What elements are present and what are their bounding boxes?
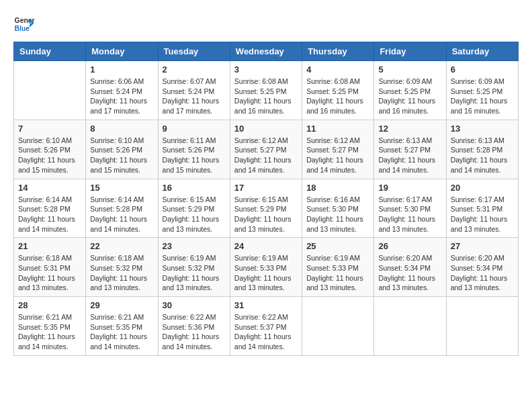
day-info: Sunrise: 6:08 AMSunset: 5:25 PMDaylight:… [234, 77, 298, 116]
day-cell: 26Sunrise: 6:20 AMSunset: 5:34 PMDayligh… [374, 238, 446, 297]
day-info: Sunrise: 6:18 AMSunset: 5:32 PMDaylight:… [90, 253, 153, 293]
day-info: Sunrise: 6:21 AMSunset: 5:35 PMDaylight:… [90, 312, 153, 352]
day-cell [302, 297, 374, 356]
weekday-header-tuesday: Tuesday [158, 42, 230, 61]
calendar-table: SundayMondayTuesdayWednesdayThursdayFrid… [13, 42, 519, 356]
day-info: Sunrise: 6:12 AMSunset: 5:27 PMDaylight:… [306, 136, 369, 175]
weekday-header-saturday: Saturday [446, 42, 518, 61]
day-cell: 7Sunrise: 6:10 AMSunset: 5:26 PMDaylight… [14, 120, 86, 179]
day-number: 11 [306, 124, 369, 134]
day-number: 31 [234, 300, 298, 310]
day-cell: 19Sunrise: 6:17 AMSunset: 5:30 PMDayligh… [374, 179, 446, 238]
day-number: 6 [451, 64, 514, 75]
day-number: 9 [163, 124, 226, 134]
day-number: 24 [234, 241, 298, 251]
week-row-1: 1Sunrise: 6:06 AMSunset: 5:24 PMDaylight… [14, 61, 519, 120]
day-cell: 15Sunrise: 6:14 AMSunset: 5:28 PMDayligh… [86, 179, 158, 238]
day-number: 7 [18, 124, 81, 134]
day-info: Sunrise: 6:21 AMSunset: 5:35 PMDaylight:… [18, 312, 81, 352]
day-info: Sunrise: 6:15 AMSunset: 5:29 PMDaylight:… [234, 195, 298, 234]
day-number: 30 [163, 300, 226, 310]
day-cell: 14Sunrise: 6:14 AMSunset: 5:28 PMDayligh… [14, 179, 86, 238]
day-cell: 28Sunrise: 6:21 AMSunset: 5:35 PMDayligh… [14, 297, 86, 356]
day-info: Sunrise: 6:17 AMSunset: 5:31 PMDaylight:… [451, 195, 514, 234]
day-cell: 17Sunrise: 6:15 AMSunset: 5:29 PMDayligh… [230, 179, 302, 238]
day-number: 2 [163, 64, 226, 75]
day-info: Sunrise: 6:07 AMSunset: 5:24 PMDaylight:… [163, 77, 226, 116]
day-info: Sunrise: 6:20 AMSunset: 5:34 PMDaylight:… [451, 253, 514, 293]
day-info: Sunrise: 6:13 AMSunset: 5:28 PMDaylight:… [451, 136, 514, 175]
day-cell: 6Sunrise: 6:09 AMSunset: 5:25 PMDaylight… [446, 61, 518, 120]
weekday-header-monday: Monday [86, 42, 158, 61]
day-number: 22 [90, 241, 153, 251]
day-number: 10 [234, 124, 298, 134]
day-info: Sunrise: 6:20 AMSunset: 5:34 PMDaylight:… [378, 253, 441, 293]
day-cell: 9Sunrise: 6:11 AMSunset: 5:26 PMDaylight… [158, 120, 230, 179]
day-cell: 11Sunrise: 6:12 AMSunset: 5:27 PMDayligh… [302, 120, 374, 179]
day-cell: 16Sunrise: 6:15 AMSunset: 5:29 PMDayligh… [158, 179, 230, 238]
day-cell: 23Sunrise: 6:19 AMSunset: 5:32 PMDayligh… [158, 238, 230, 297]
day-info: Sunrise: 6:14 AMSunset: 5:28 PMDaylight:… [90, 195, 153, 234]
day-cell: 27Sunrise: 6:20 AMSunset: 5:34 PMDayligh… [446, 238, 518, 297]
day-number: 14 [18, 183, 81, 193]
day-info: Sunrise: 6:13 AMSunset: 5:27 PMDaylight:… [378, 136, 441, 175]
day-number: 27 [451, 241, 514, 251]
day-number: 3 [234, 64, 298, 75]
day-info: Sunrise: 6:09 AMSunset: 5:25 PMDaylight:… [378, 77, 441, 116]
day-cell: 22Sunrise: 6:18 AMSunset: 5:32 PMDayligh… [86, 238, 158, 297]
day-number: 1 [90, 64, 153, 75]
day-info: Sunrise: 6:22 AMSunset: 5:36 PMDaylight:… [163, 312, 226, 352]
day-cell: 3Sunrise: 6:08 AMSunset: 5:25 PMDaylight… [230, 61, 302, 120]
day-cell: 30Sunrise: 6:22 AMSunset: 5:36 PMDayligh… [158, 297, 230, 356]
day-number: 15 [90, 183, 153, 193]
day-info: Sunrise: 6:17 AMSunset: 5:30 PMDaylight:… [378, 195, 441, 234]
day-number: 17 [234, 183, 298, 193]
day-number: 19 [378, 183, 441, 193]
day-cell: 1Sunrise: 6:06 AMSunset: 5:24 PMDaylight… [86, 61, 158, 120]
day-number: 20 [451, 183, 514, 193]
day-number: 16 [163, 183, 226, 193]
day-number: 4 [306, 64, 369, 75]
week-row-2: 7Sunrise: 6:10 AMSunset: 5:26 PMDaylight… [14, 120, 519, 179]
day-cell: 20Sunrise: 6:17 AMSunset: 5:31 PMDayligh… [446, 179, 518, 238]
day-number: 29 [90, 300, 153, 310]
day-number: 18 [306, 183, 369, 193]
weekday-header-friday: Friday [374, 42, 446, 61]
day-number: 28 [18, 300, 81, 310]
day-info: Sunrise: 6:12 AMSunset: 5:27 PMDaylight:… [234, 136, 298, 175]
day-cell: 21Sunrise: 6:18 AMSunset: 5:31 PMDayligh… [14, 238, 86, 297]
day-info: Sunrise: 6:22 AMSunset: 5:37 PMDaylight:… [234, 312, 298, 352]
day-cell: 12Sunrise: 6:13 AMSunset: 5:27 PMDayligh… [374, 120, 446, 179]
day-info: Sunrise: 6:10 AMSunset: 5:26 PMDaylight:… [90, 136, 153, 175]
weekday-header-sunday: Sunday [14, 42, 86, 61]
day-cell: 2Sunrise: 6:07 AMSunset: 5:24 PMDaylight… [158, 61, 230, 120]
day-cell [446, 297, 518, 356]
day-cell: 25Sunrise: 6:19 AMSunset: 5:33 PMDayligh… [302, 238, 374, 297]
day-cell: 4Sunrise: 6:08 AMSunset: 5:25 PMDaylight… [302, 61, 374, 120]
day-cell: 18Sunrise: 6:16 AMSunset: 5:30 PMDayligh… [302, 179, 374, 238]
page-header: General Blue [13, 13, 519, 35]
day-info: Sunrise: 6:15 AMSunset: 5:29 PMDaylight:… [163, 195, 226, 234]
day-number: 23 [163, 241, 226, 251]
day-number: 26 [378, 241, 441, 251]
day-cell: 8Sunrise: 6:10 AMSunset: 5:26 PMDaylight… [86, 120, 158, 179]
day-number: 12 [378, 124, 441, 134]
day-number: 5 [378, 64, 441, 75]
day-number: 13 [451, 124, 514, 134]
week-row-4: 21Sunrise: 6:18 AMSunset: 5:31 PMDayligh… [14, 238, 519, 297]
day-info: Sunrise: 6:06 AMSunset: 5:24 PMDaylight:… [90, 77, 153, 116]
day-cell: 24Sunrise: 6:19 AMSunset: 5:33 PMDayligh… [230, 238, 302, 297]
day-cell [374, 297, 446, 356]
weekday-header-row: SundayMondayTuesdayWednesdayThursdayFrid… [14, 42, 519, 61]
week-row-5: 28Sunrise: 6:21 AMSunset: 5:35 PMDayligh… [14, 297, 519, 356]
day-number: 25 [306, 241, 369, 251]
day-info: Sunrise: 6:19 AMSunset: 5:32 PMDaylight:… [163, 253, 226, 293]
day-info: Sunrise: 6:19 AMSunset: 5:33 PMDaylight:… [306, 253, 369, 293]
day-info: Sunrise: 6:14 AMSunset: 5:28 PMDaylight:… [18, 195, 81, 234]
weekday-header-wednesday: Wednesday [230, 42, 302, 61]
day-number: 21 [18, 241, 81, 251]
day-number: 8 [90, 124, 153, 134]
week-row-3: 14Sunrise: 6:14 AMSunset: 5:28 PMDayligh… [14, 179, 519, 238]
day-info: Sunrise: 6:19 AMSunset: 5:33 PMDaylight:… [234, 253, 298, 293]
day-info: Sunrise: 6:09 AMSunset: 5:25 PMDaylight:… [451, 77, 514, 116]
